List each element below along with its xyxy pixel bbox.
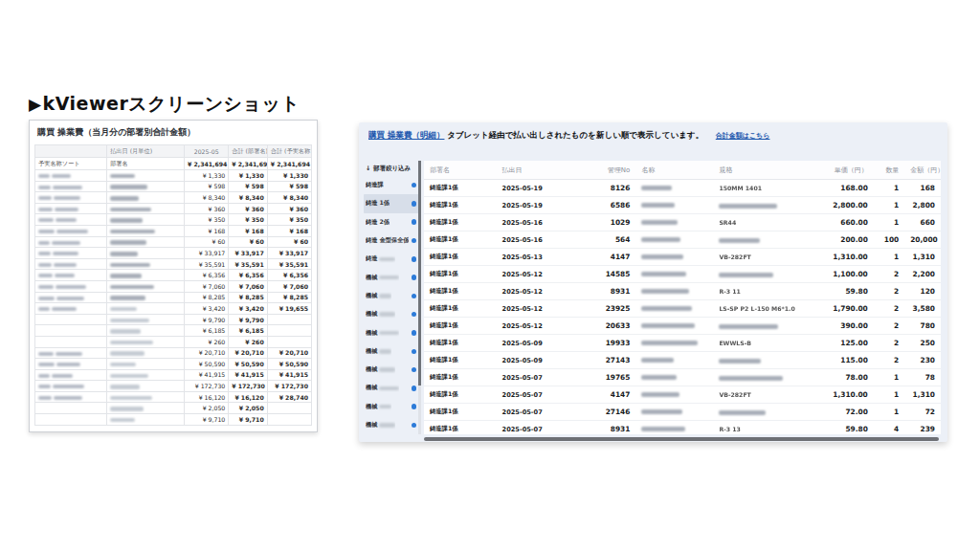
filter-info-dot-icon[interactable] (412, 330, 417, 336)
table-row: 鋳造課1係2025-05-1965862,800.0012,800 (424, 197, 941, 214)
redacted-text (38, 396, 52, 400)
filter-info-dot-icon[interactable] (412, 349, 417, 355)
control-no-cell: 8931 (574, 421, 636, 435)
amount-cell (267, 314, 311, 325)
amount-cell: ¥ 33,917 (185, 248, 229, 259)
table-row: 鋳造課1係2025-05-072714672.00172 (424, 404, 941, 421)
sidebar-item[interactable]: 機械 (364, 379, 421, 397)
dept-cell: 鋳造課1係 (424, 335, 497, 352)
table-row: 鋳造課1係2025-05-12145851,100.0022,200 (424, 266, 941, 283)
detail-view-link[interactable]: 購買 操業費（明細） (368, 130, 444, 140)
sidebar-item[interactable]: 機械 (364, 287, 421, 305)
detail-column-header: 数量 (874, 161, 904, 180)
amount-cell: ¥ 598 (185, 181, 229, 192)
filter-info-dot-icon[interactable] (412, 312, 417, 318)
table-row: ¥ 41,915¥ 41,915¥ 41,915 (35, 369, 312, 381)
detail-panel-header: 購買 操業費（明細） タブレット経由で払い出しされたものを新しい順で表示していま… (368, 130, 940, 142)
filter-info-dot-icon[interactable] (412, 423, 417, 429)
sidebar-item[interactable]: 機械 (364, 398, 421, 416)
amount-cell: ¥ 172,730 (267, 381, 311, 392)
redacted-text (379, 423, 395, 428)
sidebar-item[interactable]: 鋳造 2係 (364, 213, 421, 231)
unit-price-cell: 168.00 (816, 180, 873, 197)
filter-info-dot-icon[interactable] (412, 256, 417, 262)
table-row: 鋳造課1係2025-05-134147VB-282FT1,310.0011,31… (424, 249, 941, 266)
redacted-text (110, 351, 145, 356)
detail-table-wrap: 部署名払出日管理No名称規格単価（円）数量金額（円） 鋳造課1係2025-05-… (424, 161, 941, 434)
redacted-text (110, 196, 139, 201)
filter-info-dot-icon[interactable] (412, 275, 417, 280)
table-row: ¥ 20,710¥ 20,710¥ 20,710 (35, 347, 312, 359)
amount-cell: ¥ 35,591 (229, 258, 267, 270)
quantity-cell: 1 (874, 369, 904, 386)
redacted-text (641, 220, 678, 225)
name-cell (107, 280, 185, 292)
amount-cell: ¥ 168 (229, 225, 267, 236)
summary-column-header: 合計 (予実名称ソート) (267, 145, 311, 158)
amount-cell: ¥ 9,790 (229, 314, 267, 325)
amount-cell: ¥ 7,060 (229, 280, 267, 292)
table-row: 鋳造課1係2025-05-074147VB-282FT1,310.0011,31… (424, 386, 941, 404)
filter-info-dot-icon[interactable] (412, 404, 417, 409)
redacted-text (379, 257, 395, 262)
quantity-cell: 2 (874, 352, 904, 369)
filter-info-dot-icon[interactable] (412, 386, 417, 391)
summary-column-header (35, 145, 107, 158)
spec-cell (713, 352, 816, 369)
sidebar-item[interactable]: 鋳造 1係 (364, 194, 421, 212)
redacted-text (641, 427, 685, 431)
amount-cell (267, 325, 311, 337)
spec-cell: 150MM 1401 (713, 180, 816, 197)
sidebar-item[interactable]: 機械 (364, 323, 421, 342)
filter-info-dot-icon[interactable] (412, 238, 417, 244)
amount-cell: ¥ 6,185 (229, 325, 267, 337)
redacted-spec-text: R-3 13 (719, 426, 740, 432)
item-name-cell (635, 421, 713, 435)
horizontal-scrollbar[interactable] (424, 437, 939, 441)
sidebar-item[interactable]: 鋳造 (364, 250, 421, 268)
filter-info-dot-icon[interactable] (412, 201, 417, 207)
quantity-cell: 2 (874, 318, 904, 335)
quantity-cell: 1 (874, 214, 904, 231)
total-amount-link[interactable]: 合計金額はこちら (716, 132, 770, 140)
sidebar-item[interactable]: 鋳造 金型保全係 (364, 231, 421, 250)
sidebar-item[interactable]: 機械 (364, 268, 421, 286)
sidebar-item-label: 鋳造 2係 (366, 218, 390, 227)
code-cell (35, 414, 107, 426)
redacted-text (641, 392, 679, 397)
code-cell (35, 214, 107, 226)
sidebar-scrollbar-thumb[interactable] (418, 161, 421, 386)
sidebar-item[interactable]: 機械 (364, 342, 421, 361)
quantity-cell: 1 (874, 404, 904, 421)
code-cell (35, 336, 107, 347)
sidebar-item[interactable]: 機械 (364, 361, 421, 379)
sidebar-item[interactable]: 鋳造課 (364, 176, 421, 194)
amount-cell: 20,000 (904, 231, 941, 249)
dept-cell: 鋳造課1係 (424, 214, 497, 231)
sidebar-item[interactable]: 機械 (364, 305, 421, 323)
summary-panel: 購買 操業費（当月分の部署別合計金額） 払出日 (月単位)2025-05合計 (… (29, 120, 318, 432)
filter-info-dot-icon[interactable] (412, 219, 417, 225)
sidebar-scrollbar[interactable] (418, 161, 421, 434)
sidebar-item[interactable]: 機械 (364, 416, 421, 434)
redacted-text (54, 396, 82, 400)
redacted-text (52, 374, 73, 378)
code-cell (35, 359, 107, 370)
unit-price-cell: 1,310.00 (816, 386, 873, 404)
slide-title-text: kViewerスクリーンショット (43, 93, 301, 114)
payout-date-cell: 2025-05-07 (497, 386, 574, 404)
unit-price-cell: 200.00 (816, 231, 873, 249)
total-amount-cell: ¥ 2,341,694 (267, 158, 311, 170)
redacted-text (641, 237, 680, 242)
summary-table-wrap: 払出日 (月単位)2025-05合計 (部署名)合計 (予実名称ソート) 予実名… (30, 143, 317, 430)
spec-cell (713, 197, 816, 214)
control-no-cell: 4147 (574, 386, 636, 404)
department-filter-title: ↓ 部署絞り込み (364, 161, 421, 176)
filter-info-dot-icon[interactable] (412, 294, 417, 299)
spec-cell: VB-282FT (713, 249, 816, 266)
filter-info-dot-icon[interactable] (412, 367, 417, 373)
amount-cell: ¥ 50,590 (229, 359, 267, 370)
filter-info-dot-icon[interactable] (412, 183, 417, 188)
redacted-text (641, 203, 675, 208)
redacted-text (52, 174, 71, 178)
